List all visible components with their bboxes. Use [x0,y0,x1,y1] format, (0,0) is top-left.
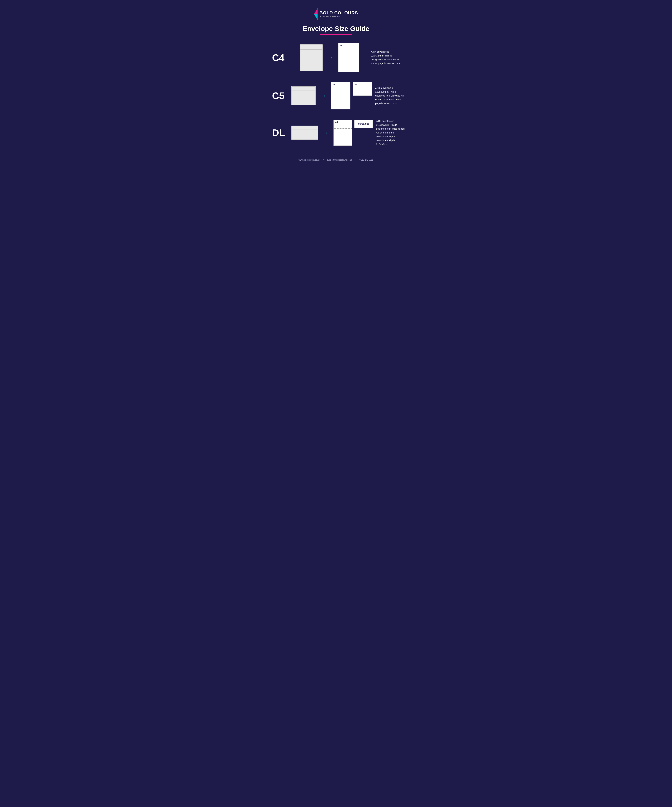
description-c4: A C4 envelope is 229x324mm This is desig… [371,50,400,65]
arrow-icon-dl: → [323,129,329,136]
envelope-label-c4: C4 [272,52,291,63]
envelope-label-c5: C5 [272,90,291,101]
paper-label-c5-a5: A5 [354,83,357,86]
arrow-icon-c4: → [328,54,333,61]
logo-icon [314,8,318,20]
paper-label-c4: A4 [340,44,343,46]
page-title: Envelope Size Guide [303,25,369,33]
logo-area: BOLD COLOURS Stationery Specialists [314,8,358,20]
envelope-diagram-c5: → A4 A5 [291,82,372,110]
paper-comp-slip: Comp. Slip [354,120,373,128]
footer-divider-2: / [356,159,356,161]
paper-a4-c5: A4 [331,82,351,110]
footer-phone: 0113 279 5812 [359,159,374,161]
envelope-row-dl: DL → A4 Comp. Slip A DL [272,119,400,146]
description-c5: A C5 envelope is 162x229mm This is desig… [375,86,404,105]
envelope-shape-dl [291,126,318,140]
paper-a5: A5 [353,82,372,96]
paper-a4-c4: A4 [338,43,359,72]
c5-papers-container: A4 A5 [331,82,372,110]
envelope-label-dl: DL [272,127,291,138]
paper-label-c5-a4: A4 [333,83,336,86]
logo-title: BOLD COLOURS [319,10,358,15]
footer: www.boldcolours.co.uk / support@boldcolo… [272,156,400,161]
envelope-shape-c5 [291,86,316,105]
fold-line-dl-1 [334,128,352,129]
envelope-shape-c4 [300,45,323,71]
envelope-row-c4: C4 → A4 A C4 envelope is 229x324mm This … [272,43,400,72]
envelope-diagram-c4: → A4 [291,43,368,72]
footer-divider-1: / [323,159,324,161]
page-container: BOLD COLOURS Stationery Specialists Enve… [269,0,403,168]
footer-email: support@boldcolours.co.uk [327,159,353,161]
dl-papers-container: A4 Comp. Slip [333,120,373,146]
envelope-section: C4 → A4 A C4 envelope is 229x324mm This … [272,43,400,146]
envelope-diagram-dl: → A4 Comp. Slip [291,120,373,146]
fold-line-dl-2 [334,137,352,137]
arrow-icon-c5: → [320,92,326,99]
paper-a4-dl: A4 [333,120,352,146]
fold-line-c5 [331,96,350,96]
footer-website: www.boldcolours.co.uk [299,159,320,161]
envelope-row-c5: C5 → A4 A5 A C5 envelope is 162x229mm [272,82,400,110]
logo-subtitle: Stationery Specialists [319,15,358,18]
logo-triangle-bottom-icon [314,14,318,20]
description-dl: A DL envelope is 210x297mm This is desig… [376,119,405,146]
title-underline [320,34,352,35]
paper-label-dl-a4: A4 [335,121,338,123]
logo-text-area: BOLD COLOURS Stationery Specialists [319,10,358,18]
logo-triangle-top-icon [314,8,318,14]
comp-slip-label: Comp. Slip [358,123,369,125]
